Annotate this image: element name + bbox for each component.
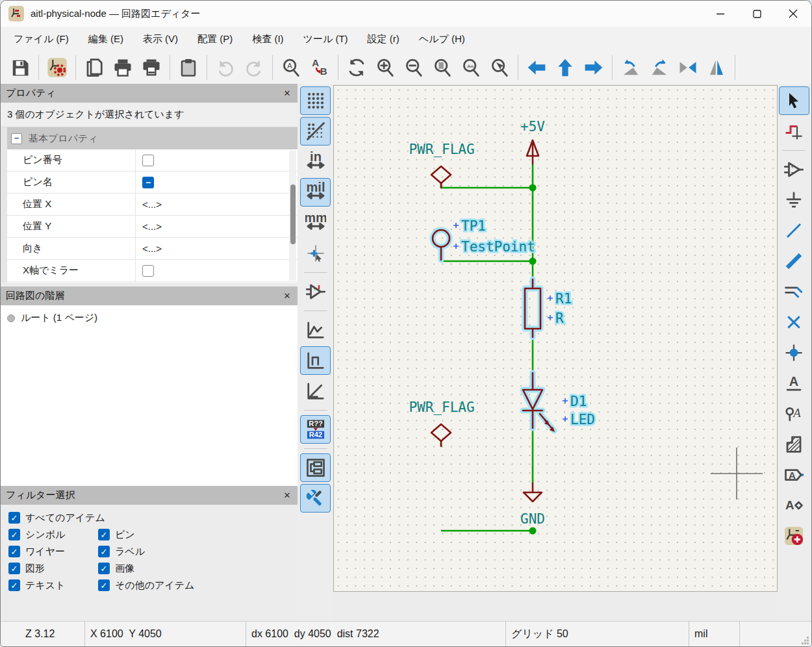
line-mode-free-toggle[interactable] [300, 316, 331, 344]
zoom-fit-objects-button[interactable] [457, 53, 485, 82]
properties-scrollbar[interactable] [289, 151, 296, 281]
checkbox-checked-icon[interactable]: ✓ [98, 563, 110, 574]
properties-manager-toggle[interactable] [300, 484, 331, 513]
bus-entry-tool[interactable] [779, 277, 809, 306]
grid-visibility-toggle[interactable] [300, 86, 331, 115]
properties-panel-close-icon[interactable]: ✕ [282, 88, 292, 98]
mirror-horizontal-button[interactable] [674, 53, 702, 82]
schematic-setup-button[interactable] [43, 53, 71, 82]
menu-place[interactable]: 配置 (P) [197, 33, 233, 45]
nav-back-button[interactable] [522, 53, 551, 82]
led-symbol-d1[interactable]: D1 LED [523, 373, 595, 432]
wire-net-5v[interactable] [441, 164, 533, 279]
undo-button[interactable] [211, 53, 240, 82]
filter-images[interactable]: ✓画像 [98, 562, 298, 575]
no-connect-tool[interactable] [779, 308, 809, 336]
place-sheet-tool[interactable] [779, 522, 809, 550]
mirror-x-checkbox[interactable] [142, 265, 154, 277]
close-button[interactable] [775, 1, 811, 27]
net-label-tool[interactable]: A [779, 369, 809, 398]
filter-panel-close-icon[interactable]: ✕ [282, 490, 292, 500]
zoom-fit-page-button[interactable] [428, 53, 457, 82]
pin-name-checkbox[interactable]: − [142, 177, 154, 188]
draw-bus-tool[interactable] [779, 247, 809, 275]
junction-dot[interactable] [529, 184, 537, 192]
page-settings-button[interactable] [80, 53, 108, 82]
select-tool[interactable] [779, 86, 809, 115]
resize-grip[interactable] [800, 622, 811, 646]
grid-override-toggle[interactable] [300, 117, 331, 146]
nav-up-button[interactable] [551, 53, 579, 82]
nav-forward-button[interactable] [579, 53, 608, 82]
minimize-button[interactable] [702, 1, 739, 27]
show-hidden-pins-toggle[interactable]: +- [300, 277, 331, 306]
resistor-symbol-r1[interactable]: R1 R [525, 279, 572, 337]
wire-net-gnd[interactable] [441, 428, 533, 531]
filter-other-items[interactable]: ✓その他のアイテム [98, 579, 298, 592]
find-replace-button[interactable]: A B [305, 53, 334, 82]
filter-wires[interactable]: ✓ワイヤー [8, 545, 98, 558]
units-inches-button[interactable]: in [300, 147, 331, 176]
line-mode-90-toggle[interactable] [300, 346, 331, 375]
menu-view[interactable]: 表示 (V) [143, 33, 178, 45]
hierarchical-label-tool[interactable]: A [779, 491, 809, 520]
filter-graphics[interactable]: ✓図形 [8, 562, 98, 575]
cursor-shape-toggle[interactable] [300, 239, 331, 268]
refresh-button[interactable] [342, 53, 371, 82]
save-button[interactable] [6, 53, 34, 82]
redo-button[interactable] [240, 53, 268, 82]
rotate-ccw-button[interactable] [616, 53, 645, 82]
checkbox-checked-icon[interactable]: ✓ [8, 546, 20, 557]
filter-text[interactable]: ✓テキスト [8, 579, 98, 592]
rule-area-tool[interactable] [779, 430, 809, 459]
testpoint-symbol-tp1[interactable]: TP1 TestPoint [433, 218, 535, 260]
menu-preferences[interactable]: 設定 (r) [368, 33, 400, 45]
checkbox-checked-icon[interactable]: ✓ [8, 579, 20, 591]
checkbox-checked-icon[interactable]: ✓ [8, 512, 20, 524]
power-symbol-5v[interactable]: +5V [520, 119, 545, 164]
section-basic-properties[interactable]: − 基本プロパティ [7, 127, 298, 149]
place-symbol-tool[interactable]: +− [779, 155, 809, 184]
position-y-value[interactable]: <...> [136, 221, 298, 232]
units-mils-button[interactable]: mil [300, 178, 331, 207]
find-button[interactable]: A [277, 53, 305, 82]
zoom-in-button[interactable] [371, 53, 400, 82]
annotate-automatically-toggle[interactable]: R?? R42 [300, 415, 331, 444]
position-x-value[interactable]: <...> [136, 199, 298, 210]
filter-pins[interactable]: ✓ピン [98, 528, 298, 541]
hierarchy-navigator-toggle[interactable] [300, 453, 331, 482]
print-button[interactable] [108, 53, 137, 82]
draw-wire-tool[interactable] [779, 216, 809, 245]
menu-inspect[interactable]: 検査 (I) [252, 33, 283, 45]
place-power-port-tool[interactable] [779, 186, 809, 214]
zoom-out-button[interactable] [400, 53, 428, 82]
menu-help[interactable]: ヘルプ (H) [419, 33, 465, 45]
zoom-to-selection-button[interactable] [485, 53, 514, 82]
checkbox-checked-icon[interactable]: ✓ [8, 563, 20, 574]
junction-tool[interactable] [779, 338, 809, 367]
checkbox-checked-icon[interactable]: ✓ [8, 529, 20, 540]
pin-number-checkbox[interactable] [142, 155, 154, 166]
paste-button[interactable] [174, 53, 203, 82]
filter-symbols[interactable]: ✓シンボル [8, 528, 98, 541]
filter-all-items[interactable]: ✓ すべてのアイテム [8, 511, 298, 524]
menu-file[interactable]: ファイル (F) [14, 33, 69, 45]
schematic-canvas[interactable]: +5V PWR_FLAG TP1 [333, 85, 778, 592]
hierarchy-root-item[interactable]: ルート (1 ページ) [7, 312, 298, 324]
orientation-value[interactable]: <...> [136, 243, 298, 254]
mirror-vertical-button[interactable] [702, 53, 731, 82]
maximize-button[interactable] [739, 1, 775, 27]
power-flag-top[interactable]: PWR_FLAG [409, 142, 474, 188]
filter-labels[interactable]: ✓ラベル [98, 545, 298, 558]
checkbox-checked-icon[interactable]: ✓ [98, 529, 110, 540]
checkbox-checked-icon[interactable]: ✓ [98, 546, 110, 557]
highlight-net-tool[interactable] [779, 117, 809, 146]
collapse-icon[interactable]: − [11, 133, 22, 144]
menu-tools[interactable]: ツール (T) [303, 33, 348, 45]
net-class-directive-tool[interactable]: A [779, 400, 809, 428]
plot-button[interactable] [137, 53, 166, 82]
line-mode-45-toggle[interactable] [300, 377, 331, 405]
menu-edit[interactable]: 編集 (E) [88, 33, 123, 45]
global-label-tool[interactable]: A [779, 461, 809, 489]
rotate-cw-button[interactable] [645, 53, 674, 82]
